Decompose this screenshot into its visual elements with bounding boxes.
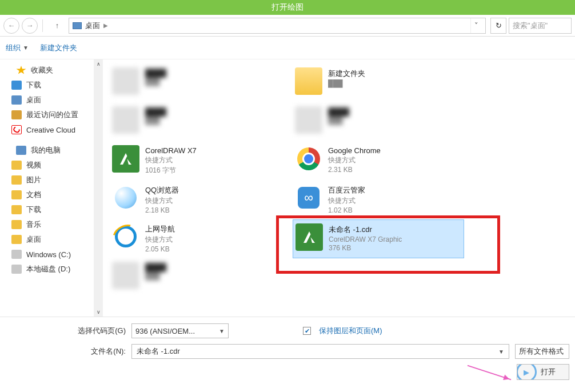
breadcrumb[interactable]: 桌面 ▶ ˅ <box>69 18 486 34</box>
file-name: CorelDRAW X7 <box>145 146 197 155</box>
sidebar-item-desktop[interactable]: 桌面 <box>0 93 102 107</box>
file-name: ████ <box>145 107 166 116</box>
star-icon <box>16 66 26 75</box>
file-meta: ███ <box>145 117 166 125</box>
chevron-down-icon: ▼ <box>219 328 225 334</box>
file-item[interactable]: 上网导航 快捷方式 2.05 KB <box>110 219 281 258</box>
scroll-up-icon[interactable]: ∧ <box>94 59 103 69</box>
file-meta: 快捷方式 <box>328 155 381 165</box>
file-meta: 快捷方式 <box>145 196 179 206</box>
filename-label: 文件名(N): <box>6 346 126 357</box>
file-item[interactable]: 百度云管家 快捷方式 1.02 KB <box>293 181 464 219</box>
codepage-label: 选择代码页(G) <box>6 326 126 336</box>
folder-icon <box>11 235 22 244</box>
nav-bar: ← → ↑ 桌面 ▶ ˅ ↻ 搜索"桌面" <box>0 15 575 37</box>
sidebar-item-recent[interactable]: 最近访问的位置 <box>0 107 102 122</box>
keep-layers-label[interactable]: 保持图层和页面(M) <box>319 326 382 336</box>
recent-icon <box>11 110 22 119</box>
search-placeholder: 搜索"桌面" <box>513 21 548 31</box>
file-item[interactable]: Google Chrome 快捷方式 2.31 KB <box>293 142 464 181</box>
sidebar-scrollbar[interactable]: ∧ ∨ <box>94 59 103 317</box>
disk-icon <box>11 265 22 274</box>
download-icon <box>11 81 22 90</box>
search-input[interactable]: 搜索"桌面" <box>509 18 572 34</box>
keep-layers-checkbox[interactable]: ✔ <box>303 327 311 335</box>
file-text: 新建文件夹 ███ <box>328 67 365 88</box>
window-title: 打开绘图 <box>271 2 304 13</box>
toolbar: 组织 ▼ 新建文件夹 <box>0 37 575 59</box>
file-name: ████ <box>145 263 166 271</box>
file-text: 上网导航 快捷方式 2.05 KB <box>145 223 175 253</box>
organize-button[interactable]: 组织 ▼ <box>6 43 29 53</box>
codepage-select[interactable]: 936 (ANSI/OEM... ▼ <box>131 323 229 338</box>
back-button[interactable]: ← <box>3 18 19 34</box>
main-area: 收藏夹 下载 桌面 最近访问的位置 Creative Cloud 我的电脑 视频… <box>0 59 575 317</box>
file-item[interactable]: CorelDRAW X7 快捷方式 1016 字节 <box>110 142 281 181</box>
file-size: 1.02 KB <box>328 206 365 214</box>
sidebar-item-music[interactable]: 音乐 <box>0 217 102 232</box>
folder-icon <box>11 175 22 185</box>
file-item[interactable]: ████ ███ <box>110 258 281 297</box>
up-button[interactable]: ↑ <box>50 19 64 33</box>
file-text: 百度云管家 快捷方式 1.02 KB <box>328 184 365 214</box>
sidebar-item-desktop2[interactable]: 桌面 <box>0 232 102 247</box>
sidebar-item-d-drive[interactable]: 本地磁盘 (D:) <box>0 262 102 277</box>
sidebar-my-pc[interactable]: 我的电脑 <box>0 143 102 158</box>
sidebar-item-c-drive[interactable]: Windows (C:) <box>0 247 102 262</box>
filename-input[interactable]: 未命名 -1.cdr ▼ <box>131 344 509 359</box>
breadcrumb-dropdown[interactable]: ˅ <box>470 18 482 33</box>
bottom-panel: 选择代码页(G) 936 (ANSI/OEM... ▼ ✔ 保持图层和页面(M)… <box>0 317 575 380</box>
file-item[interactable]: ████ ███ <box>110 64 281 103</box>
folder-icon <box>11 161 22 170</box>
desktop-icon <box>73 22 82 29</box>
sidebar-favorites[interactable]: 收藏夹 <box>0 63 102 78</box>
open-button[interactable]: ▶ 打开 <box>517 364 569 380</box>
file-size: 1016 字节 <box>145 166 197 175</box>
file-size: 2.18 KB <box>145 206 179 214</box>
folder-icon <box>11 220 22 229</box>
file-meta: ███ <box>145 78 166 86</box>
file-size: 2.05 KB <box>145 245 175 253</box>
file-text: ████ ███ <box>145 67 166 86</box>
new-folder-button[interactable]: 新建文件夹 <box>40 43 77 53</box>
file-name: 上网导航 <box>145 224 175 234</box>
file-item[interactable]: ████ ███ <box>110 103 281 142</box>
scroll-down-icon[interactable]: ∨ <box>94 307 103 317</box>
file-text: 未命名 -1.cdr CorelDRAW X7 Graphic 376 KB <box>329 223 402 252</box>
chevron-down-icon: ▼ <box>23 45 29 51</box>
file-item[interactable]: ████ ███ <box>293 103 464 142</box>
refresh-button[interactable]: ↻ <box>490 18 506 34</box>
file-size: 2.31 KB <box>328 166 381 174</box>
file-name: 未命名 -1.cdr <box>329 225 402 235</box>
file-name: 百度云管家 <box>328 185 365 195</box>
file-item[interactable]: 未命名 -1.cdr CorelDRAW X7 Graphic 376 KB <box>293 219 464 258</box>
file-name: QQ浏览器 <box>145 185 179 195</box>
file-meta: ███ <box>328 79 365 87</box>
desktop-icon <box>11 95 22 105</box>
sidebar-item-downloads[interactable]: 下载 <box>0 78 102 93</box>
filetype-select[interactable]: 所有文件格式 <box>515 344 569 359</box>
chevron-down-icon[interactable]: ▼ <box>498 349 504 355</box>
file-meta: 快捷方式 <box>145 155 197 165</box>
file-text: Google Chrome 快捷方式 2.31 KB <box>328 145 381 174</box>
file-text: CorelDRAW X7 快捷方式 1016 字节 <box>145 145 197 175</box>
sidebar: 收藏夹 下载 桌面 最近访问的位置 Creative Cloud 我的电脑 视频… <box>0 59 103 317</box>
file-meta: CorelDRAW X7 Graphic <box>329 235 402 243</box>
sidebar-item-documents[interactable]: 文档 <box>0 187 102 202</box>
file-meta: ███ <box>145 272 166 280</box>
file-item[interactable]: 新建文件夹 ███ <box>293 64 464 103</box>
folder-icon <box>11 190 22 199</box>
file-item[interactable]: QQ浏览器 快捷方式 2.18 KB <box>110 181 281 219</box>
file-text: ████ ███ <box>145 106 166 125</box>
breadcrumb-location: 桌面 <box>85 21 100 31</box>
play-overlay-icon: ▶ <box>517 364 537 380</box>
file-text: ████ ███ <box>328 106 349 125</box>
sidebar-item-cc[interactable]: Creative Cloud <box>0 122 102 137</box>
file-text: ████ ███ <box>145 262 166 281</box>
chevron-right-icon[interactable]: ▶ <box>103 22 108 29</box>
forward-button[interactable]: → <box>22 18 38 34</box>
sidebar-item-pictures[interactable]: 图片 <box>0 173 102 187</box>
sidebar-item-video[interactable]: 视频 <box>0 158 102 173</box>
folder-icon <box>11 205 22 214</box>
sidebar-item-downloads2[interactable]: 下载 <box>0 202 102 217</box>
